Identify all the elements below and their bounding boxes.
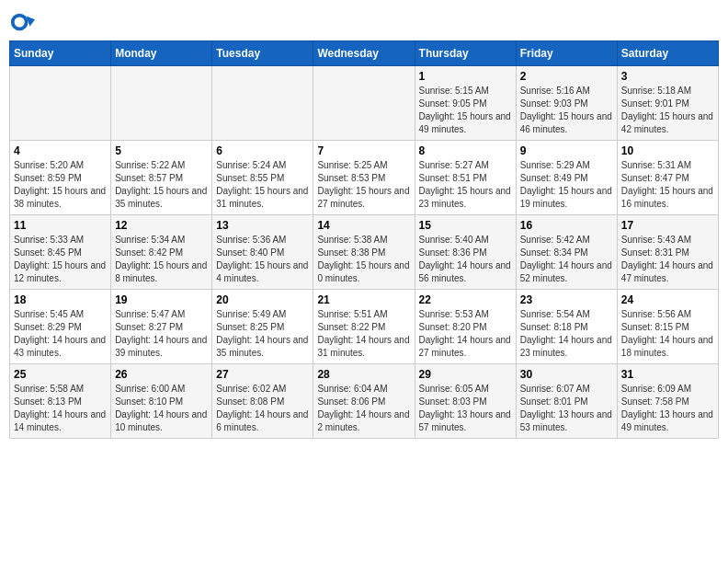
day-info: Sunrise: 5:47 AMSunset: 8:27 PMDaylight:… [115, 308, 208, 360]
day-info: Sunrise: 5:42 AMSunset: 8:34 PMDaylight:… [520, 234, 613, 285]
calendar-cell: 4Sunrise: 5:20 AMSunset: 8:59 PMDaylight… [10, 141, 111, 215]
calendar-cell: 26Sunrise: 6:00 AMSunset: 8:10 PMDayligh… [111, 364, 212, 439]
day-number: 31 [621, 368, 714, 381]
day-number: 25 [14, 368, 107, 381]
day-info: Sunrise: 5:24 AMSunset: 8:55 PMDaylight:… [216, 159, 309, 211]
day-header-sunday: Sunday [10, 41, 111, 66]
day-number: 19 [115, 293, 208, 306]
day-number: 24 [621, 293, 714, 306]
calendar-week-2: 4Sunrise: 5:20 AMSunset: 8:59 PMDaylight… [10, 141, 719, 215]
calendar-cell: 29Sunrise: 6:05 AMSunset: 8:03 PMDayligh… [415, 364, 516, 439]
day-info: Sunrise: 5:49 AMSunset: 8:25 PMDaylight:… [216, 308, 309, 360]
calendar-cell: 30Sunrise: 6:07 AMSunset: 8:01 PMDayligh… [516, 364, 617, 439]
calendar-cell: 16Sunrise: 5:42 AMSunset: 8:34 PMDayligh… [516, 215, 617, 290]
day-info: Sunrise: 5:33 AMSunset: 8:45 PMDaylight:… [14, 234, 107, 285]
day-info: Sunrise: 5:34 AMSunset: 8:42 PMDaylight:… [115, 234, 208, 285]
calendar-body: 1Sunrise: 5:15 AMSunset: 9:05 PMDaylight… [10, 66, 719, 439]
day-number: 26 [115, 368, 208, 381]
header [9, 9, 719, 35]
calendar-cell: 21Sunrise: 5:51 AMSunset: 8:22 PMDayligh… [313, 290, 415, 364]
day-info: Sunrise: 5:43 AMSunset: 8:31 PMDaylight:… [621, 234, 714, 285]
calendar-cell: 14Sunrise: 5:38 AMSunset: 8:38 PMDayligh… [313, 215, 415, 290]
day-number: 28 [317, 368, 410, 381]
calendar-cell: 10Sunrise: 5:31 AMSunset: 8:47 PMDayligh… [617, 141, 718, 215]
day-info: Sunrise: 6:07 AMSunset: 8:01 PMDaylight:… [520, 383, 613, 434]
calendar-week-5: 25Sunrise: 5:58 AMSunset: 8:13 PMDayligh… [10, 364, 719, 439]
day-number: 14 [317, 219, 410, 232]
day-header-wednesday: Wednesday [313, 41, 415, 66]
day-number: 20 [216, 293, 309, 306]
day-info: Sunrise: 5:18 AMSunset: 9:01 PMDaylight:… [621, 85, 714, 136]
day-number: 5 [115, 144, 208, 157]
calendar-cell [313, 66, 415, 141]
svg-point-1 [15, 17, 25, 27]
day-info: Sunrise: 5:54 AMSunset: 8:18 PMDaylight:… [520, 308, 613, 360]
calendar-cell: 19Sunrise: 5:47 AMSunset: 8:27 PMDayligh… [111, 290, 212, 364]
logo-icon [9, 9, 35, 35]
calendar-cell: 13Sunrise: 5:36 AMSunset: 8:40 PMDayligh… [212, 215, 313, 290]
day-number: 11 [14, 219, 107, 232]
calendar-cell: 3Sunrise: 5:18 AMSunset: 9:01 PMDaylight… [617, 66, 718, 141]
calendar-cell: 31Sunrise: 6:09 AMSunset: 7:58 PMDayligh… [617, 364, 718, 439]
calendar-week-4: 18Sunrise: 5:45 AMSunset: 8:29 PMDayligh… [10, 290, 719, 364]
day-number: 29 [419, 368, 512, 381]
day-info: Sunrise: 6:09 AMSunset: 7:58 PMDaylight:… [621, 383, 714, 434]
calendar-cell: 11Sunrise: 5:33 AMSunset: 8:45 PMDayligh… [10, 215, 111, 290]
calendar-cell: 5Sunrise: 5:22 AMSunset: 8:57 PMDaylight… [111, 141, 212, 215]
day-number: 2 [520, 70, 613, 83]
day-header-friday: Friday [516, 41, 617, 66]
calendar-cell: 23Sunrise: 5:54 AMSunset: 8:18 PMDayligh… [516, 290, 617, 364]
calendar-cell: 22Sunrise: 5:53 AMSunset: 8:20 PMDayligh… [415, 290, 516, 364]
logo [9, 9, 39, 35]
day-info: Sunrise: 5:25 AMSunset: 8:53 PMDaylight:… [317, 159, 410, 211]
day-info: Sunrise: 6:05 AMSunset: 8:03 PMDaylight:… [419, 383, 512, 434]
day-header-thursday: Thursday [415, 41, 516, 66]
calendar-cell [111, 66, 212, 141]
day-number: 13 [216, 219, 309, 232]
day-number: 16 [520, 219, 613, 232]
calendar-cell [10, 66, 111, 141]
calendar-cell: 12Sunrise: 5:34 AMSunset: 8:42 PMDayligh… [111, 215, 212, 290]
calendar-cell: 7Sunrise: 5:25 AMSunset: 8:53 PMDaylight… [313, 141, 415, 215]
day-info: Sunrise: 5:51 AMSunset: 8:22 PMDaylight:… [317, 308, 410, 360]
day-number: 23 [520, 293, 613, 306]
calendar-cell: 6Sunrise: 5:24 AMSunset: 8:55 PMDaylight… [212, 141, 313, 215]
calendar-cell: 9Sunrise: 5:29 AMSunset: 8:49 PMDaylight… [516, 141, 617, 215]
day-number: 10 [621, 144, 714, 157]
day-number: 15 [419, 219, 512, 232]
day-number: 21 [317, 293, 410, 306]
day-number: 12 [115, 219, 208, 232]
day-info: Sunrise: 5:15 AMSunset: 9:05 PMDaylight:… [419, 85, 512, 136]
calendar-cell: 24Sunrise: 5:56 AMSunset: 8:15 PMDayligh… [617, 290, 718, 364]
day-number: 3 [621, 70, 714, 83]
day-info: Sunrise: 5:40 AMSunset: 8:36 PMDaylight:… [419, 234, 512, 285]
calendar-cell: 1Sunrise: 5:15 AMSunset: 9:05 PMDaylight… [415, 66, 516, 141]
calendar-cell [212, 66, 313, 141]
day-header-monday: Monday [111, 41, 212, 66]
day-info: Sunrise: 5:53 AMSunset: 8:20 PMDaylight:… [419, 308, 512, 360]
calendar-cell: 15Sunrise: 5:40 AMSunset: 8:36 PMDayligh… [415, 215, 516, 290]
day-number: 17 [621, 219, 714, 232]
calendar-week-3: 11Sunrise: 5:33 AMSunset: 8:45 PMDayligh… [10, 215, 719, 290]
day-info: Sunrise: 5:20 AMSunset: 8:59 PMDaylight:… [14, 159, 107, 211]
day-info: Sunrise: 6:04 AMSunset: 8:06 PMDaylight:… [317, 383, 410, 434]
day-number: 18 [14, 293, 107, 306]
day-info: Sunrise: 5:58 AMSunset: 8:13 PMDaylight:… [14, 383, 107, 434]
calendar-cell: 8Sunrise: 5:27 AMSunset: 8:51 PMDaylight… [415, 141, 516, 215]
calendar-cell: 18Sunrise: 5:45 AMSunset: 8:29 PMDayligh… [10, 290, 111, 364]
calendar-cell: 2Sunrise: 5:16 AMSunset: 9:03 PMDaylight… [516, 66, 617, 141]
day-number: 7 [317, 144, 410, 157]
day-info: Sunrise: 5:36 AMSunset: 8:40 PMDaylight:… [216, 234, 309, 285]
calendar-cell: 27Sunrise: 6:02 AMSunset: 8:08 PMDayligh… [212, 364, 313, 439]
day-number: 6 [216, 144, 309, 157]
day-header-saturday: Saturday [617, 41, 718, 66]
day-info: Sunrise: 5:31 AMSunset: 8:47 PMDaylight:… [621, 159, 714, 211]
day-info: Sunrise: 5:45 AMSunset: 8:29 PMDaylight:… [14, 308, 107, 360]
calendar-table: SundayMondayTuesdayWednesdayThursdayFrid… [9, 40, 719, 439]
calendar-cell: 28Sunrise: 6:04 AMSunset: 8:06 PMDayligh… [313, 364, 415, 439]
calendar-cell: 17Sunrise: 5:43 AMSunset: 8:31 PMDayligh… [617, 215, 718, 290]
day-info: Sunrise: 5:22 AMSunset: 8:57 PMDaylight:… [115, 159, 208, 211]
calendar-cell: 25Sunrise: 5:58 AMSunset: 8:13 PMDayligh… [10, 364, 111, 439]
day-number: 4 [14, 144, 107, 157]
day-number: 8 [419, 144, 512, 157]
